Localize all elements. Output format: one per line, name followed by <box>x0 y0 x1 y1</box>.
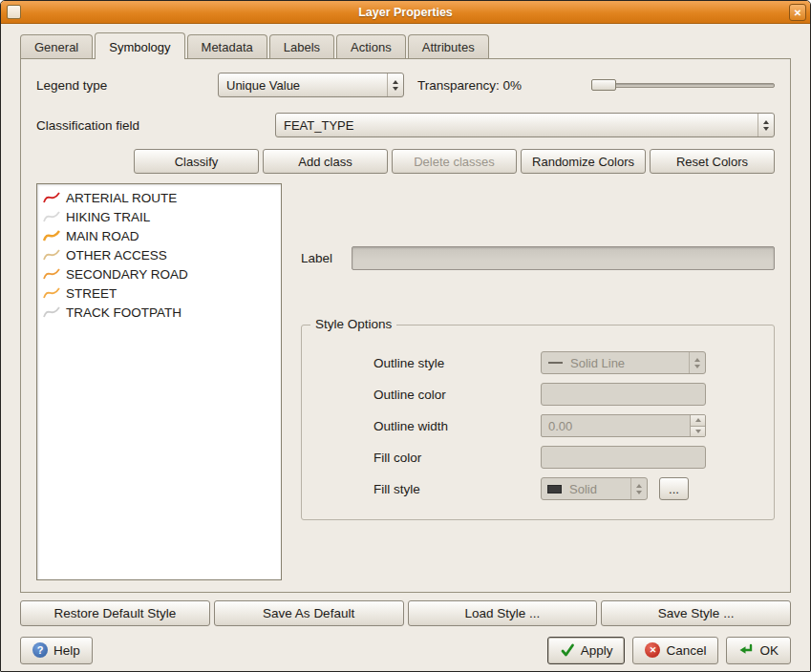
randomize-colors-button[interactable]: Randomize Colors <box>521 149 646 174</box>
cancel-label: Cancel <box>666 643 706 658</box>
add-class-button[interactable]: Add class <box>263 149 388 174</box>
class-item[interactable]: TRACK FOOTPATH <box>39 303 279 322</box>
solid-fill-swatch-icon <box>547 485 562 494</box>
transparency-slider[interactable] <box>591 77 775 93</box>
help-label: Help <box>53 643 80 658</box>
outline-color-label: Outline color <box>373 388 541 402</box>
class-item-label: SECONDARY ROAD <box>66 267 188 282</box>
class-item[interactable]: STREET <box>39 284 279 303</box>
outline-style-select: Solid Line <box>541 351 706 374</box>
classification-field-select[interactable]: FEAT_TYPE <box>275 113 775 137</box>
fill-style-more-button[interactable]: ... <box>659 477 689 500</box>
delete-classes-button: Delete classes <box>392 149 517 174</box>
tab-symbology[interactable]: Symbology <box>95 32 184 59</box>
tab-attributes[interactable]: Attributes <box>408 34 489 58</box>
line-symbol-icon <box>42 266 61 282</box>
label-input <box>352 246 775 270</box>
line-symbol-icon <box>42 304 61 320</box>
style-options-group: Style Options Outline style Solid Line O… <box>301 325 775 520</box>
symbology-panel: Legend type Unique Value Transparency: 0… <box>20 58 791 593</box>
ok-button[interactable]: OK <box>726 637 791 664</box>
ok-label: OK <box>759 643 779 658</box>
class-item[interactable]: HIKING TRAIL <box>39 207 279 226</box>
save-style-button[interactable]: Save Style ... <box>601 600 791 626</box>
style-buttons-row: Restore Default Style Save As Default Lo… <box>20 600 791 626</box>
combo-arrows-icon <box>689 352 705 373</box>
class-item-label: STREET <box>66 286 117 301</box>
outline-style-label: Outline style <box>373 356 541 370</box>
fill-style-select: Solid <box>541 477 648 500</box>
legend-type-value: Unique Value <box>219 78 387 93</box>
fill-style-label: Fill style <box>373 482 541 496</box>
tab-general[interactable]: General <box>20 34 93 58</box>
window-icon <box>7 5 21 19</box>
outline-style-value: Solid Line <box>563 356 689 370</box>
fill-style-value: Solid <box>562 482 630 496</box>
combo-arrows-icon <box>387 74 403 96</box>
class-item-label: HIKING TRAIL <box>66 210 150 224</box>
window-title: Layer Properties <box>358 6 453 19</box>
restore-default-style-button[interactable]: Restore Default Style <box>20 600 210 626</box>
outline-width-label: Outline width <box>373 419 541 433</box>
classify-button[interactable]: Classify <box>134 149 259 174</box>
title-bar[interactable]: Layer Properties ✕ <box>1 1 810 24</box>
class-item-label: ARTERIAL ROUTE <box>66 191 177 205</box>
class-item[interactable]: OTHER ACCESS <box>39 245 279 264</box>
fill-color-button <box>541 446 706 469</box>
close-button[interactable]: ✕ <box>789 4 806 21</box>
tab-metadata[interactable]: Metadata <box>187 34 267 58</box>
class-item-label: TRACK FOOTPATH <box>66 305 181 320</box>
combo-arrows-icon <box>758 114 774 136</box>
outline-width-input: 0.00 <box>541 414 706 437</box>
tab-bar: General Symbology Metadata Labels Action… <box>1 24 810 58</box>
tab-actions[interactable]: Actions <box>336 34 406 58</box>
help-button[interactable]: ? Help <box>20 637 93 664</box>
line-symbol-icon <box>42 247 61 262</box>
slider-track <box>591 83 775 88</box>
help-icon: ? <box>32 642 48 658</box>
class-item-label: OTHER ACCESS <box>66 248 167 262</box>
load-style-button[interactable]: Load Style ... <box>408 600 598 626</box>
layer-properties-dialog: Layer Properties ✕ General Symbology Met… <box>0 0 811 672</box>
legend-type-label: Legend type <box>36 78 218 93</box>
check-icon <box>560 642 575 658</box>
outline-width-value: 0.00 <box>542 419 690 433</box>
combo-arrows-icon <box>630 478 647 499</box>
line-symbol-icon <box>42 190 61 205</box>
class-item[interactable]: ARTERIAL ROUTE <box>39 188 279 207</box>
class-item[interactable]: SECONDARY ROAD <box>39 264 279 284</box>
classification-field-label: Classification field <box>36 118 275 133</box>
tab-labels[interactable]: Labels <box>269 34 334 58</box>
label-field-label: Label <box>301 251 352 265</box>
close-icon: ✕ <box>794 8 801 18</box>
apply-label: Apply <box>581 643 613 658</box>
class-list[interactable]: ARTERIAL ROUTE HIKING TRAIL MAIN ROAD <box>36 183 282 580</box>
line-symbol-icon <box>42 209 61 224</box>
save-as-default-button[interactable]: Save As Default <box>214 600 404 626</box>
class-item[interactable]: MAIN ROAD <box>39 226 279 245</box>
class-item-label: MAIN ROAD <box>66 229 139 243</box>
style-options-title: Style Options <box>310 317 396 331</box>
class-actions-row: Classify Add class Delete classes Random… <box>36 149 775 174</box>
classification-field-value: FEAT_TYPE <box>276 118 758 133</box>
solid-line-icon <box>548 362 563 364</box>
line-symbol-icon <box>42 228 61 243</box>
line-symbol-icon <box>42 285 61 301</box>
fill-color-label: Fill color <box>373 451 541 465</box>
slider-handle[interactable] <box>591 79 616 91</box>
reset-colors-button[interactable]: Reset Colors <box>650 149 775 174</box>
dialog-footer: ? Help Apply ✕ Cancel OK <box>20 636 791 664</box>
spinner-arrows-icon <box>690 415 705 436</box>
apply-button[interactable]: Apply <box>547 637 626 664</box>
cancel-icon: ✕ <box>645 642 660 658</box>
cancel-button[interactable]: ✕ Cancel <box>632 637 718 664</box>
transparency-label: Transparency: 0% <box>417 78 522 93</box>
legend-type-select[interactable]: Unique Value <box>218 73 404 97</box>
enter-arrow-icon <box>738 642 754 658</box>
outline-color-button <box>541 383 706 406</box>
